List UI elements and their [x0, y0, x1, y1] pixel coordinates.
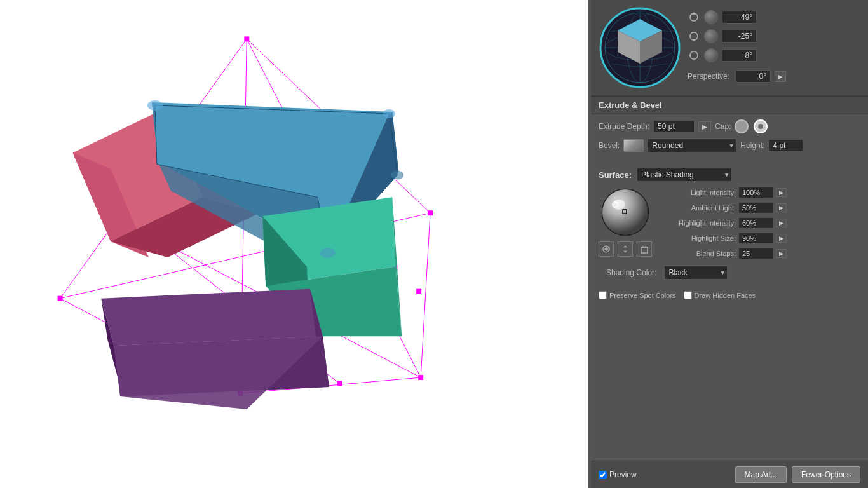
artwork-svg	[0, 0, 588, 488]
surface-section: Surface: Plastic Shading Diffuse Shading…	[591, 163, 868, 287]
height-label: Height:	[740, 141, 764, 150]
light-tools-row	[599, 241, 652, 257]
ambient-light-label: Ambient Light:	[660, 204, 736, 212]
perspective-row: Perspective: 0° ▶	[688, 67, 860, 85]
x-rotation-row: 49°	[688, 10, 860, 24]
perspective-label: Perspective:	[688, 72, 729, 81]
surface-section-label: Surface:	[599, 170, 632, 180]
extrude-depth-arrow[interactable]: ▶	[698, 121, 711, 132]
add-light-btn[interactable]	[599, 241, 614, 257]
draw-hidden-faces-checkbox[interactable]: Draw Hidden Faces	[684, 291, 756, 299]
light-intensity-label: Light Intensity:	[660, 189, 736, 196]
cube-widget[interactable]	[599, 6, 681, 89]
perspective-value[interactable]: 0°	[736, 70, 771, 83]
svg-rect-22	[337, 381, 342, 386]
draw-hidden-faces-label: Draw Hidden Faces	[695, 292, 756, 299]
highlight-size-row: Highlight Size: 90% ▶	[660, 233, 860, 244]
y-rotation-value[interactable]: -25°	[722, 30, 757, 43]
shading-color-dropdown-wrapper: Black Custom None ▼	[664, 266, 728, 280]
shading-color-row: Shading Color: Black Custom None ▼	[599, 263, 860, 282]
svg-marker-69	[623, 245, 627, 253]
x-rotation-icon	[688, 11, 700, 24]
highlight-size-arrow[interactable]: ▶	[776, 234, 787, 243]
bevel-type-select[interactable]: Rounded Classic Complex Flat	[648, 139, 736, 152]
preserve-spot-colors-input[interactable]	[599, 291, 607, 299]
surface-main-area: Light Intensity: 100% ▶ Ambient Light: 5…	[599, 187, 860, 259]
spacer	[591, 303, 868, 461]
right-panel: 49° -25°	[591, 0, 868, 488]
extrude-bevel-header: Extrude & Bevel	[591, 96, 868, 114]
cap-label: Cap:	[715, 122, 731, 131]
highlight-intensity-row: Highlight Intensity: 60% ▶	[660, 217, 860, 229]
fewer-options-button[interactable]: Fewer Options	[792, 466, 860, 483]
y-rotation-dial[interactable]	[704, 29, 718, 43]
light-intensity-row: Light Intensity: 100% ▶	[660, 187, 860, 198]
highlight-intensity-value[interactable]: 60%	[738, 217, 773, 229]
move-light-btn[interactable]	[618, 241, 633, 257]
y-rotation-icon	[688, 30, 700, 43]
svg-point-62	[602, 189, 648, 235]
highlight-intensity-arrow[interactable]: ▶	[776, 219, 787, 227]
bevel-dropdown-wrapper: Rounded Classic Complex Flat ▼	[648, 139, 736, 152]
preview-checkbox-label[interactable]: Preview	[599, 470, 637, 479]
surface-header-row: Surface: Plastic Shading Diffuse Shading…	[599, 168, 860, 182]
x-rotation-dial[interactable]	[704, 10, 718, 24]
blend-steps-arrow[interactable]: ▶	[776, 249, 787, 258]
z-rotation-value[interactable]: 8°	[722, 49, 757, 62]
svg-rect-15	[58, 296, 63, 301]
z-rotation-row: 8°	[688, 48, 860, 62]
light-intensity-value[interactable]: 100%	[738, 187, 773, 198]
extrude-bevel-section: Extrude Depth: 50 pt ▶ Cap: Bevel: Round…	[591, 114, 868, 163]
svg-point-47	[391, 170, 403, 179]
extrude-depth-value[interactable]: 50 pt	[653, 120, 695, 133]
highlight-intensity-label: Highlight Intensity:	[660, 219, 736, 227]
light-sphere[interactable]	[600, 187, 651, 238]
highlight-size-label: Highlight Size:	[660, 234, 736, 242]
map-art-button[interactable]: Map Art...	[735, 466, 787, 483]
shading-color-label: Shading Color:	[606, 268, 656, 277]
svg-marker-40	[101, 289, 322, 346]
svg-rect-12	[428, 210, 433, 215]
svg-rect-24	[416, 289, 421, 294]
ambient-light-row: Ambient Light: 50% ▶	[660, 202, 860, 214]
light-intensity-arrow[interactable]: ▶	[776, 188, 787, 197]
cap-btn-closed[interactable]	[754, 119, 768, 133]
ambient-light-arrow[interactable]: ▶	[776, 203, 787, 212]
bottom-bar: Preview Map Art... Fewer Options	[591, 461, 868, 488]
blend-steps-value[interactable]: 25	[738, 248, 773, 259]
preserve-spot-colors-label: Preserve Spot Colors	[609, 292, 676, 299]
perspective-arrow-btn[interactable]: ▶	[775, 71, 786, 82]
svg-rect-70	[641, 247, 648, 253]
delete-light-btn[interactable]	[637, 241, 652, 257]
bevel-preview	[623, 139, 644, 152]
cap-btn-open[interactable]	[735, 119, 749, 133]
surface-type-select[interactable]: Plastic Shading Diffuse Shading No Shadi…	[637, 168, 732, 182]
height-value[interactable]: 4 pt	[768, 139, 803, 152]
svg-point-63	[613, 200, 625, 210]
extrude-depth-label: Extrude Depth:	[599, 122, 649, 131]
checkboxes-row: Preserve Spot Colors Draw Hidden Faces	[591, 287, 868, 303]
x-rotation-value[interactable]: 49°	[722, 11, 757, 24]
ambient-light-value[interactable]: 50%	[738, 202, 773, 214]
svg-rect-13	[418, 375, 423, 380]
bevel-row: Bevel: Rounded Classic Complex Flat ▼ He…	[599, 139, 860, 152]
preserve-spot-colors-checkbox[interactable]: Preserve Spot Colors	[599, 291, 676, 299]
rotation-controls: 49° -25°	[688, 10, 860, 85]
canvas-area[interactable]	[0, 0, 591, 488]
y-rotation-row: -25°	[688, 29, 860, 43]
rotation-widget-area: 49° -25°	[591, 0, 868, 96]
z-rotation-icon	[688, 49, 700, 62]
preview-label: Preview	[609, 470, 637, 479]
blend-steps-row: Blend Steps: 25 ▶	[660, 248, 860, 259]
svg-point-48	[320, 248, 336, 258]
z-rotation-dial[interactable]	[704, 48, 718, 62]
preview-checkbox[interactable]	[599, 471, 607, 479]
shading-color-select[interactable]: Black Custom None	[664, 266, 728, 280]
blend-steps-label: Blend Steps:	[660, 250, 736, 257]
svg-point-45	[147, 100, 163, 111]
extrude-depth-row: Extrude Depth: 50 pt ▶ Cap:	[599, 119, 860, 133]
svg-rect-11	[244, 36, 249, 41]
draw-hidden-faces-input[interactable]	[684, 291, 692, 299]
highlight-size-value[interactable]: 90%	[738, 233, 773, 244]
surface-controls: Light Intensity: 100% ▶ Ambient Light: 5…	[660, 187, 860, 259]
